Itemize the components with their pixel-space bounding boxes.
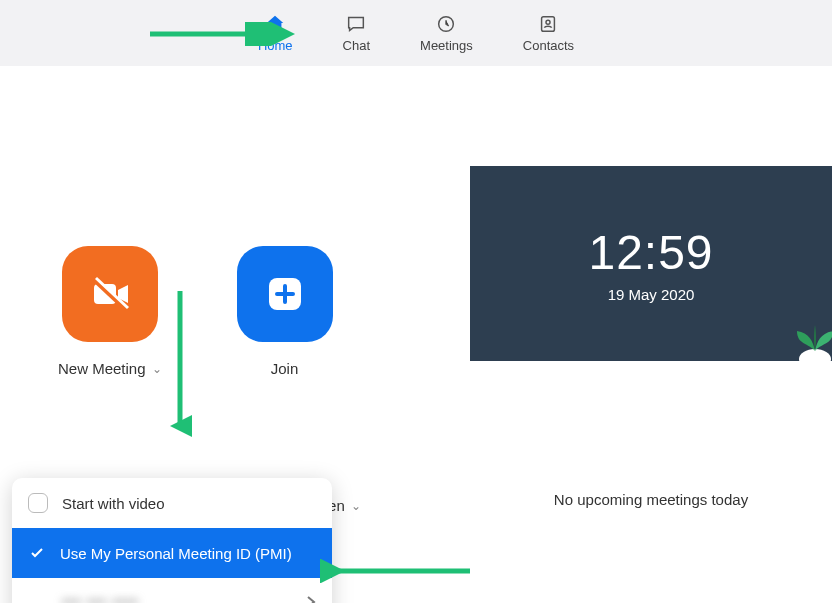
dropdown-start-with-video[interactable]: Start with video <box>12 478 332 528</box>
card-hero: 12:59 19 May 2020 <box>470 166 832 361</box>
dropdown-item-label: Use My Personal Meeting ID (PMI) <box>60 545 292 562</box>
checkbox-unchecked-icon[interactable] <box>28 493 48 513</box>
tile-new-meeting: New Meeting ⌄ <box>58 246 162 377</box>
home-icon <box>264 13 286 35</box>
new-meeting-button[interactable] <box>62 246 158 342</box>
empty-state-text: No upcoming meetings today <box>554 491 748 508</box>
nav-home[interactable]: Home <box>258 13 293 53</box>
dropdown-item-label: Start with video <box>62 495 165 512</box>
pmi-value: ••• ••• •••• <box>62 593 139 603</box>
nav-label: Home <box>258 38 293 53</box>
nav-label: Meetings <box>420 38 473 53</box>
video-off-icon <box>86 270 134 318</box>
clock-icon <box>435 13 457 35</box>
annotation-arrow-pmi <box>320 559 470 583</box>
chevron-down-icon: ⌄ <box>152 362 162 376</box>
svg-point-2 <box>546 20 550 24</box>
chevron-right-icon <box>306 595 316 603</box>
plant-icon <box>790 291 832 361</box>
dropdown-pmi-submenu[interactable]: ••• ••• •••• <box>12 578 332 603</box>
nav-label: Chat <box>343 38 370 53</box>
nav-chat[interactable]: Chat <box>343 13 370 53</box>
card-body: No upcoming meetings today <box>470 361 832 508</box>
chevron-down-icon: ⌄ <box>351 499 361 513</box>
join-button[interactable] <box>237 246 333 342</box>
chat-icon <box>345 13 367 35</box>
nav-contacts[interactable]: Contacts <box>523 13 574 53</box>
clock-time: 12:59 <box>588 225 713 280</box>
tile-join: Join <box>237 246 333 377</box>
top-nav: Home Chat Meetings Contacts <box>0 0 832 66</box>
contacts-icon <box>537 13 559 35</box>
upcoming-card: 12:59 19 May 2020 No upcoming meetings t… <box>470 166 832 508</box>
new-meeting-dropdown: Start with video Use My Personal Meeting… <box>12 478 332 603</box>
join-label-row: Join <box>271 360 299 377</box>
check-icon <box>28 545 46 561</box>
tile-label: New Meeting <box>58 360 146 377</box>
left-panel: New Meeting ⌄ Join Schedu <box>0 66 470 603</box>
plus-icon <box>263 272 307 316</box>
new-meeting-label-row[interactable]: New Meeting ⌄ <box>58 360 162 377</box>
clock-date: 19 May 2020 <box>608 286 695 303</box>
dropdown-use-pmi[interactable]: Use My Personal Meeting ID (PMI) <box>12 528 332 578</box>
tile-label: Join <box>271 360 299 377</box>
nav-label: Contacts <box>523 38 574 53</box>
nav-meetings[interactable]: Meetings <box>420 13 473 53</box>
right-panel: 12:59 19 May 2020 No upcoming meetings t… <box>470 66 832 603</box>
